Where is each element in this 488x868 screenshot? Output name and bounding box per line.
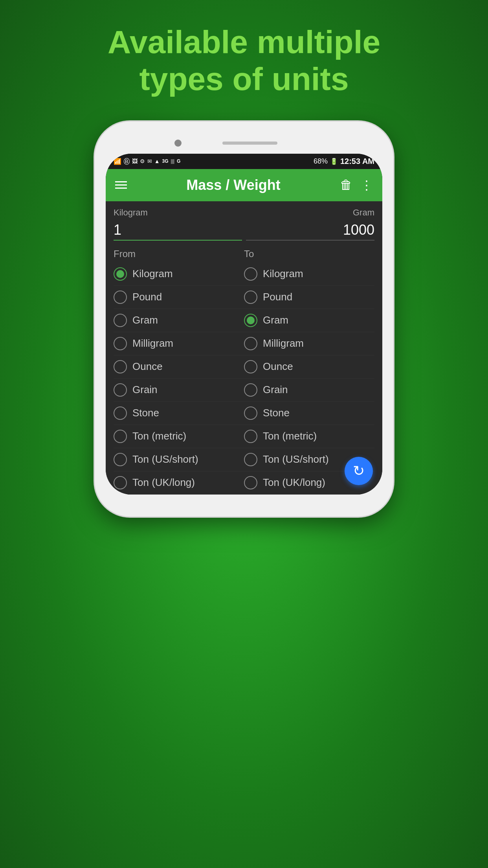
to-unit-option-0[interactable]: Kilogram (244, 267, 374, 281)
refresh-icon: ↻ (353, 463, 365, 479)
to-unit-label-0: Kilogram (263, 268, 303, 280)
radio-row: Ton (metric)Ton (metric) (114, 425, 374, 448)
phone-bottom-bar (106, 495, 382, 506)
network-g-icon: G (177, 158, 180, 164)
speaker-bar (222, 142, 277, 145)
from-unit-option-2[interactable]: Gram (114, 314, 244, 327)
status-right: 68% 🔋 12:53 AM (314, 157, 374, 166)
hero-title: Available multiple types of units (67, 24, 421, 98)
image-icon: 🖼 (132, 158, 138, 164)
radio-row: OunceOunce (114, 355, 374, 379)
from-radio-btn-6[interactable] (114, 406, 127, 420)
to-unit-label-7: Ton (metric) (263, 430, 317, 442)
from-unit-option-6[interactable]: Stone (114, 406, 244, 420)
signal-bars-icon: ||| (171, 158, 174, 164)
from-unit-label-0: Kilogram (132, 268, 173, 280)
to-unit-label: Gram (246, 208, 374, 218)
more-options-icon[interactable]: ⋮ (360, 178, 373, 193)
from-unit-option-3[interactable]: Milligram (114, 337, 244, 350)
from-unit-label-9: Ton (UK/long) (132, 476, 195, 489)
to-unit-label-5: Grain (263, 384, 288, 396)
to-unit-option-1[interactable]: Pound (244, 291, 374, 304)
phone-frame: 📶 B 🖼 ⚙ ✉ ▲ 3G ||| G 68% 🔋 12:53 AM (95, 121, 393, 517)
to-radio-btn-7[interactable] (244, 430, 257, 443)
to-unit-option-4[interactable]: Ounce (244, 360, 374, 373)
from-unit-option-4[interactable]: Ounce (114, 360, 244, 373)
to-radio-btn-0[interactable] (244, 267, 257, 281)
to-input-col: Gram (246, 208, 374, 241)
hamburger-line-1 (115, 181, 127, 182)
from-radio-btn-3[interactable] (114, 337, 127, 350)
to-unit-label-1: Pound (263, 291, 292, 303)
from-unit-label-4: Ounce (132, 360, 163, 373)
to-unit-option-6[interactable]: Stone (244, 406, 374, 420)
to-unit-label-3: Milligram (263, 337, 304, 349)
from-unit-option-7[interactable]: Ton (metric) (114, 430, 244, 443)
usb-icon: ⚙ (140, 158, 145, 164)
from-unit-option-0[interactable]: Kilogram (114, 267, 244, 281)
radio-row: Ton (UK/long)Ton (UK/long) (114, 471, 374, 495)
to-unit-option-2[interactable]: Gram (244, 314, 374, 327)
radio-row: MilligramMilligram (114, 332, 374, 355)
hamburger-menu[interactable] (115, 181, 127, 189)
unit-radio-list: KilogramKilogramPoundPoundGramGramMillig… (106, 263, 382, 495)
hamburger-line-3 (115, 188, 127, 189)
radio-row: StoneStone (114, 402, 374, 425)
from-header: From (114, 248, 244, 259)
phone-screen: 📶 B 🖼 ⚙ ✉ ▲ 3G ||| G 68% 🔋 12:53 AM (106, 154, 382, 495)
toolbar-icons: 🗑 ⋮ (340, 178, 373, 193)
battery-percent: 68% (314, 157, 328, 166)
to-radio-btn-9[interactable] (244, 476, 257, 489)
to-radio-btn-3[interactable] (244, 337, 257, 350)
from-unit-option-8[interactable]: Ton (US/short) (114, 453, 244, 466)
from-unit-option-5[interactable]: Grain (114, 383, 244, 397)
from-radio-btn-7[interactable] (114, 430, 127, 443)
status-bar: 📶 B 🖼 ⚙ ✉ ▲ 3G ||| G 68% 🔋 12:53 AM (106, 154, 382, 169)
to-unit-option-7[interactable]: Ton (metric) (244, 430, 374, 443)
from-radio-btn-9[interactable] (114, 476, 127, 489)
radio-row: KilogramKilogram (114, 263, 374, 286)
from-radio-btn-4[interactable] (114, 360, 127, 373)
status-left-icons: 📶 B 🖼 ⚙ ✉ ▲ 3G ||| G (114, 158, 180, 165)
refresh-fab[interactable]: ↻ (345, 457, 373, 485)
toolbar-title: Mass / Weight (186, 177, 280, 193)
to-radio-btn-2[interactable] (244, 314, 257, 327)
from-unit-option-9[interactable]: Ton (UK/long) (114, 476, 244, 489)
from-radio-btn-0[interactable] (114, 267, 127, 281)
to-header: To (244, 248, 374, 259)
from-radio-btn-2[interactable] (114, 314, 127, 327)
input-row: Kilogram Gram (106, 201, 382, 241)
wifi-icon: ▲ (154, 158, 160, 164)
to-unit-label-6: Stone (263, 407, 290, 419)
to-unit-option-5[interactable]: Grain (244, 383, 374, 397)
from-unit-label-3: Milligram (132, 337, 173, 349)
network-3g-icon: 3G (162, 158, 169, 164)
to-unit-label-8: Ton (US/short) (263, 453, 329, 465)
from-input-col: Kilogram (114, 208, 242, 241)
radio-row: Ton (US/short)Ton (US/short) (114, 448, 374, 471)
to-unit-label-2: Gram (263, 314, 288, 326)
to-unit-label-4: Ounce (263, 360, 293, 373)
to-unit-label-9: Ton (UK/long) (263, 476, 325, 489)
from-unit-label-7: Ton (metric) (132, 430, 186, 442)
to-radio-btn-1[interactable] (244, 291, 257, 304)
from-unit-label-6: Stone (132, 407, 159, 419)
camera-dot (174, 140, 182, 147)
hero-section: Available multiple types of units (67, 0, 421, 98)
from-unit-label-2: Gram (132, 314, 158, 326)
to-radio-btn-8[interactable] (244, 453, 257, 466)
from-radio-btn-1[interactable] (114, 291, 127, 304)
battery-icon: 🔋 (330, 158, 338, 165)
delete-icon[interactable]: 🗑 (340, 178, 352, 192)
from-unit-label: Kilogram (114, 208, 242, 218)
to-radio-btn-5[interactable] (244, 383, 257, 397)
to-value-input[interactable] (246, 220, 374, 241)
from-radio-btn-5[interactable] (114, 383, 127, 397)
from-radio-btn-8[interactable] (114, 453, 127, 466)
to-radio-btn-6[interactable] (244, 406, 257, 420)
from-unit-option-1[interactable]: Pound (114, 291, 244, 304)
to-radio-btn-4[interactable] (244, 360, 257, 373)
from-value-input[interactable] (114, 220, 242, 241)
bitcoin-icon: B (124, 158, 130, 165)
to-unit-option-3[interactable]: Milligram (244, 337, 374, 350)
